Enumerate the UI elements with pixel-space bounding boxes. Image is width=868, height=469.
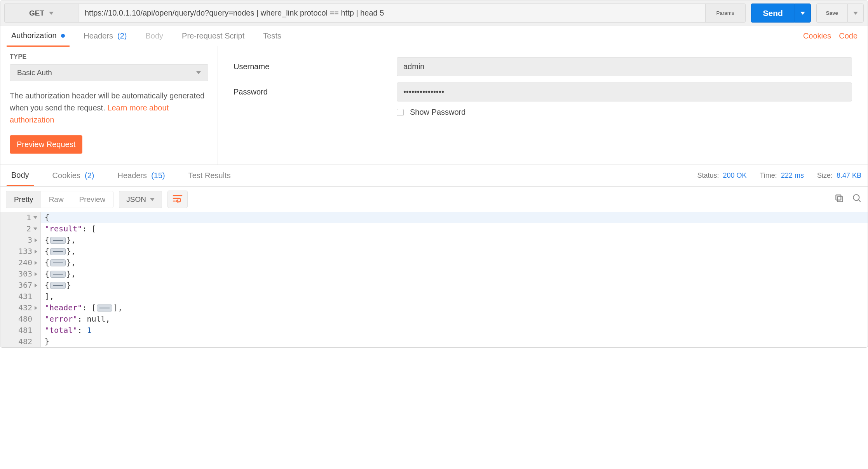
chevron-down-icon [800, 12, 805, 15]
copy-icon [834, 193, 844, 203]
tab-label: Cookies [52, 171, 80, 180]
code-line: {}, [41, 234, 868, 246]
status-label: Status: [697, 172, 719, 179]
gutter-line[interactable]: 481 [0, 325, 40, 336]
tab-tests[interactable]: Tests [258, 26, 286, 46]
show-password-checkbox[interactable] [397, 109, 404, 116]
cookies-link[interactable]: Cookies [799, 32, 835, 40]
gutter-line[interactable]: 240 [0, 257, 40, 268]
wrap-lines-button[interactable] [167, 191, 188, 208]
collapsed-pill-icon[interactable] [50, 237, 66, 244]
response-meta: Status: 200 OK Time: 222 ms Size: 8.47 K… [697, 172, 861, 180]
tab-response-cookies[interactable]: Cookies (2) [48, 166, 99, 186]
size-label: Size: [817, 172, 833, 179]
collapsed-pill-icon[interactable] [50, 282, 66, 289]
count-badge: (2) [85, 171, 94, 180]
gutter-line[interactable]: 1 [0, 212, 40, 223]
code-line: {}, [41, 268, 868, 280]
collapsed-pill-icon[interactable] [50, 248, 66, 255]
size-value: 8.47 KB [837, 172, 861, 179]
line-gutter[interactable]: 123133240303367431432480481482 [0, 212, 41, 347]
code-link[interactable]: Code [835, 32, 861, 40]
search-button[interactable] [852, 193, 862, 205]
gutter-line[interactable]: 367 [0, 280, 40, 291]
chevron-down-icon [853, 12, 858, 15]
gutter-line[interactable]: 2 [0, 223, 40, 234]
time-value: 222 ms [781, 172, 804, 179]
tab-label: Headers [84, 32, 113, 40]
auth-type-value: Basic Auth [17, 68, 52, 77]
params-button[interactable]: Params [706, 4, 746, 23]
send-options-button[interactable] [795, 4, 811, 23]
tab-body[interactable]: Body [141, 26, 168, 46]
tab-response-body[interactable]: Body [7, 165, 34, 186]
fold-toggle-icon[interactable] [35, 238, 37, 242]
collapsed-pill-icon[interactable] [50, 259, 66, 266]
auth-left-panel: TYPE Basic Auth The authorization header… [0, 46, 218, 164]
svg-rect-1 [836, 195, 841, 200]
time-label: Time: [760, 172, 777, 179]
gutter-line[interactable]: 482 [0, 336, 40, 347]
tab-authorization[interactable]: Authorization [7, 26, 70, 47]
tab-test-results[interactable]: Test Results [184, 166, 235, 186]
chevron-down-icon [150, 198, 155, 201]
search-icon [852, 193, 862, 203]
svg-rect-0 [838, 197, 843, 202]
tab-response-headers[interactable]: Headers (15) [113, 166, 169, 186]
tab-label: Authorization [11, 31, 57, 40]
fold-toggle-icon[interactable] [33, 228, 37, 230]
code-line: "header": [], [41, 302, 868, 313]
username-input[interactable] [397, 57, 852, 76]
chevron-down-icon [49, 12, 54, 15]
count-badge: (15) [151, 171, 165, 180]
gutter-line[interactable]: 431 [0, 291, 40, 302]
http-method-dropdown[interactable]: GET [4, 4, 78, 23]
code-line: {}, [41, 246, 868, 257]
fold-toggle-icon[interactable] [35, 272, 37, 276]
tab-pre-request-script[interactable]: Pre-request Script [177, 26, 249, 46]
code-line: "error": null, [41, 313, 868, 325]
code-line: {}, [41, 257, 868, 268]
send-button[interactable]: Send [751, 4, 795, 23]
view-raw[interactable]: Raw [41, 191, 71, 208]
gutter-line[interactable]: 133 [0, 246, 40, 257]
code-line: { [41, 212, 868, 223]
gutter-line[interactable]: 303 [0, 268, 40, 280]
gutter-line[interactable]: 480 [0, 313, 40, 325]
password-input[interactable] [397, 82, 852, 102]
code-content[interactable]: { "result": [ {}, {}, {}, {}, {} ], "hea… [41, 212, 868, 347]
svg-point-2 [853, 194, 859, 200]
fold-toggle-icon[interactable] [35, 306, 37, 310]
auth-type-label: TYPE [10, 53, 208, 60]
request-bar: GET Params Send Save [0, 0, 868, 26]
fold-toggle-icon[interactable] [33, 216, 37, 219]
collapsed-pill-icon[interactable] [97, 304, 112, 312]
view-mode-group: Pretty Raw Preview [6, 191, 113, 208]
http-method-value: GET [29, 9, 44, 18]
url-input[interactable] [78, 4, 706, 23]
code-line: "total": 1 [41, 325, 868, 336]
fold-toggle-icon[interactable] [35, 250, 37, 254]
copy-button[interactable] [834, 193, 844, 205]
fold-toggle-icon[interactable] [35, 261, 37, 265]
gutter-line[interactable]: 432 [0, 302, 40, 313]
format-value: JSON [126, 195, 146, 204]
chevron-down-icon [196, 71, 201, 74]
status-value: 200 OK [723, 172, 746, 179]
preview-request-button[interactable]: Preview Request [10, 135, 82, 154]
collapsed-pill-icon[interactable] [50, 271, 66, 278]
save-button[interactable]: Save [816, 4, 847, 23]
tab-headers[interactable]: Headers (2) [79, 26, 131, 46]
auth-type-dropdown[interactable]: Basic Auth [10, 64, 208, 81]
count-badge: (2) [117, 32, 127, 40]
view-preview[interactable]: Preview [71, 191, 113, 208]
format-dropdown[interactable]: JSON [119, 191, 162, 208]
fold-toggle-icon[interactable] [35, 284, 37, 287]
authorization-panel: TYPE Basic Auth The authorization header… [0, 46, 868, 165]
gutter-line[interactable]: 3 [0, 234, 40, 246]
view-pretty[interactable]: Pretty [6, 191, 41, 208]
save-options-button[interactable] [847, 4, 864, 23]
auth-form: Username Password Show Password [218, 46, 868, 164]
show-password-label: Show Password [410, 108, 465, 117]
code-line: } [41, 336, 868, 347]
